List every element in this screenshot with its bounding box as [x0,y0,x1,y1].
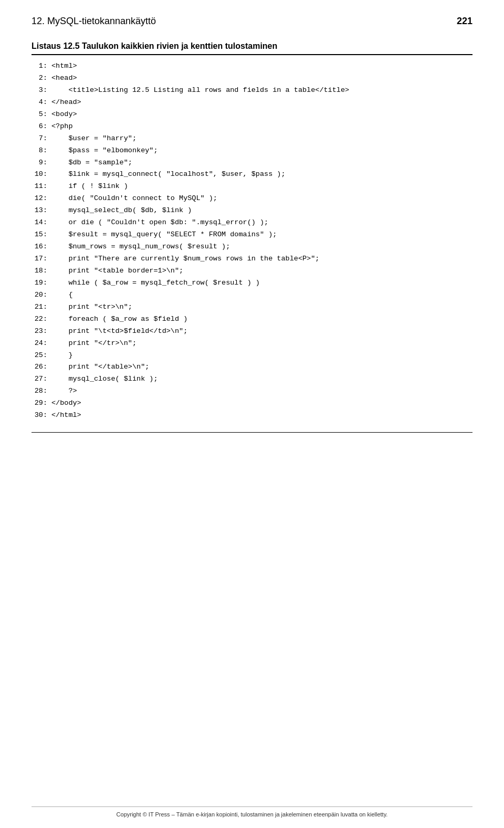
code-line: 26: print "</table>\n"; [32,361,472,373]
line-content: ?> [51,385,77,397]
line-number: 19: [32,277,51,289]
code-line: 7: $user = "harry"; [32,133,472,145]
bottom-divider [32,432,472,433]
code-line: 8: $pass = "elbomonkey"; [32,145,472,157]
line-number: 7: [32,133,51,145]
code-block: 1:<html>2:<head>3: <title>Listing 12.5 L… [32,60,472,422]
line-number: 6: [32,121,51,133]
line-number: 23: [32,326,51,338]
code-line: 9: $db = "sample"; [32,157,472,169]
line-content: $result = mysql_query( "SELECT * FROM do… [51,229,277,241]
code-line: 29:</body> [32,397,472,410]
code-line: 6:<?php [32,121,472,133]
code-line: 20: { [32,289,472,301]
code-line: 23: print "\t<td>$field</td>\n"; [32,326,472,338]
line-number: 28: [32,385,51,397]
section-heading: Listaus 12.5 Taulukon kaikkien rivien ja… [32,41,472,55]
line-content: } [51,350,73,362]
footer-text: Copyright © IT Press – Tämän e-kirjan ko… [117,811,388,817]
line-number: 2: [32,72,51,85]
line-content: mysql_close( $link ); [51,373,158,385]
line-content: <head> [51,72,77,85]
line-content: print "</tr>\n"; [51,338,136,350]
line-content: print "There are currently $num_rows row… [51,253,319,265]
code-line: 15: $result = mysql_query( "SELECT * FRO… [32,229,472,241]
line-number: 8: [32,145,51,157]
line-number: 21: [32,301,51,313]
line-number: 4: [32,97,51,109]
line-number: 18: [32,265,51,277]
chapter-title: 12. MySQL-tietokannankäyttö [32,16,156,27]
line-number: 17: [32,253,51,265]
line-content: or die ( "Couldn't open $db: ".mysql_err… [51,217,268,229]
line-number: 9: [32,157,51,169]
line-number: 3: [32,85,51,97]
code-line: 14: or die ( "Couldn't open $db: ".mysql… [32,217,472,229]
line-content: $user = "harry"; [51,133,136,145]
code-line: 1:<html> [32,60,472,72]
code-line: 3: <title>Listing 12.5 Listing all rows … [32,85,472,97]
line-content: print "<table border=1>\n"; [51,265,183,277]
code-line: 22: foreach ( $a_row as $field ) [32,313,472,326]
line-content: <?php [51,121,73,133]
line-content: foreach ( $a_row as $field ) [51,313,187,326]
line-content: if ( ! $link ) [51,181,128,193]
code-line: 17: print "There are currently $num_rows… [32,253,472,265]
line-number: 11: [32,181,51,193]
line-number: 27: [32,373,51,385]
line-number: 25: [32,350,51,362]
line-content: <title>Listing 12.5 Listing all rows and… [51,85,349,97]
code-line: 25: } [32,350,472,362]
line-number: 5: [32,109,51,121]
code-line: 11: if ( ! $link ) [32,181,472,193]
code-line: 30:</html> [32,410,472,422]
line-content: <body> [51,109,77,121]
line-number: 15: [32,229,51,241]
page-header: 12. MySQL-tietokannankäyttö 221 [32,0,472,32]
code-line: 10: $link = mysql_connect( "localhost", … [32,169,472,181]
line-number: 12: [32,193,51,205]
line-content: $link = mysql_connect( "localhost", $use… [51,169,286,181]
code-line: 12: die( "Couldn't connect to MySQL" ); [32,193,472,205]
code-line: 5:<body> [32,109,472,121]
line-number: 16: [32,241,51,253]
code-line: 16: $num_rows = mysql_num_rows( $result … [32,241,472,253]
line-number: 13: [32,205,51,217]
line-content: </body> [51,397,81,410]
code-line: 24: print "</tr>\n"; [32,338,472,350]
page-footer: Copyright © IT Press – Tämän e-kirjan ko… [32,806,472,817]
line-content: </head> [51,97,81,109]
line-number: 1: [32,60,51,72]
code-line: 2:<head> [32,72,472,85]
line-content: while ( $a_row = mysql_fetch_row( $resul… [51,277,260,289]
code-line: 27: mysql_close( $link ); [32,373,472,385]
page-container: 12. MySQL-tietokannankäyttö 221 Listaus … [0,0,504,828]
line-number: 14: [32,217,51,229]
line-content: $num_rows = mysql_num_rows( $result ); [51,241,230,253]
line-content: $db = "sample"; [51,157,132,169]
page-number: 221 [457,16,472,27]
line-content: print "</table>\n"; [51,361,149,373]
code-line: 21: print "<tr>\n"; [32,301,472,313]
code-line: 18: print "<table border=1>\n"; [32,265,472,277]
code-line: 13: mysql_select_db( $db, $link ) [32,205,472,217]
line-content: print "\t<td>$field</td>\n"; [51,326,187,338]
line-number: 26: [32,361,51,373]
line-number: 10: [32,169,51,181]
line-number: 30: [32,410,51,422]
line-number: 20: [32,289,51,301]
line-number: 24: [32,338,51,350]
line-content: mysql_select_db( $db, $link ) [51,205,192,217]
code-line: 28: ?> [32,385,472,397]
line-number: 29: [32,397,51,410]
line-content: <html> [51,60,77,72]
line-content: { [51,289,73,301]
line-number: 22: [32,313,51,326]
code-line: 19: while ( $a_row = mysql_fetch_row( $r… [32,277,472,289]
line-content: die( "Couldn't connect to MySQL" ); [51,193,217,205]
line-content: print "<tr>\n"; [51,301,132,313]
code-line: 4:</head> [32,97,472,109]
line-content: $pass = "elbomonkey"; [51,145,158,157]
line-content: </html> [51,410,81,422]
